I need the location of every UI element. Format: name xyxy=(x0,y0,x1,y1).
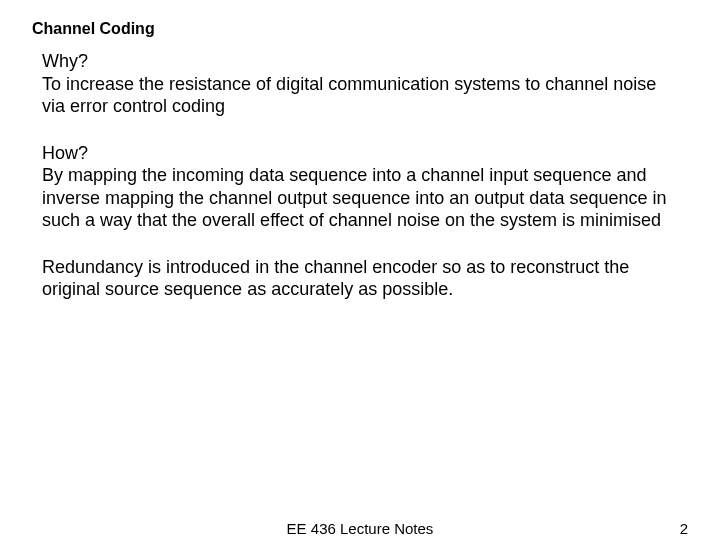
why-question: Why? xyxy=(42,50,678,73)
footer-center-text: EE 436 Lecture Notes xyxy=(287,520,434,537)
redundancy-text: Redundancy is introduced in the channel … xyxy=(42,256,678,301)
how-question: How? xyxy=(42,142,678,165)
how-answer: By mapping the incoming data sequence in… xyxy=(42,164,678,232)
why-block: Why? To increase the resistance of digit… xyxy=(42,50,678,118)
why-answer: To increase the resistance of digital co… xyxy=(42,73,678,118)
page-number: 2 xyxy=(680,520,688,537)
slide-content: Why? To increase the resistance of digit… xyxy=(32,50,688,301)
redundancy-block: Redundancy is introduced in the channel … xyxy=(42,256,678,301)
slide-page: Channel Coding Why? To increase the resi… xyxy=(0,0,720,540)
slide-title: Channel Coding xyxy=(32,20,688,38)
how-block: How? By mapping the incoming data sequen… xyxy=(42,142,678,232)
